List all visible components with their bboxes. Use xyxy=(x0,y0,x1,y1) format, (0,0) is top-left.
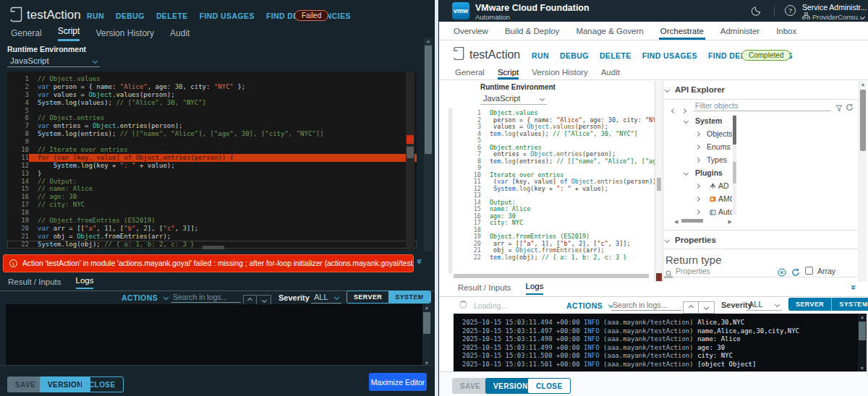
tab-version-history[interactable]: Version History xyxy=(532,68,587,79)
chevron-right-icon[interactable] xyxy=(695,131,700,136)
vmware-logo[interactable]: vmw xyxy=(452,2,469,20)
editor-scrollbar[interactable] xyxy=(406,72,414,250)
code-editor[interactable]: 1Object.values2 person = { name: "Alice"… xyxy=(454,108,655,273)
log-scrollbar[interactable]: ▲ ▼ xyxy=(858,314,867,371)
search-logs-input[interactable]: Search in logs... xyxy=(611,300,681,311)
scrollbar-thumb[interactable] xyxy=(733,116,736,145)
chevron-right-icon[interactable] xyxy=(695,157,700,162)
scroll-to-bottom-icon[interactable]: ↓ xyxy=(861,299,865,308)
chevron-right-icon[interactable] xyxy=(695,183,700,188)
action-button-debug[interactable]: DEBUG xyxy=(116,12,145,20)
clear-circle-x-icon[interactable] xyxy=(778,267,786,280)
scrollbar-thumb[interactable] xyxy=(423,312,430,334)
scroll-up-icon[interactable]: ▲ xyxy=(424,38,433,44)
bottom-tab-logs[interactable]: Logs xyxy=(76,276,94,289)
save-button[interactable]: SAVE xyxy=(7,376,43,392)
scroll-to-top-icon[interactable]: ↑ xyxy=(412,292,416,301)
chevron-down-icon[interactable] xyxy=(684,118,689,123)
actions-dropdown[interactable]: ACTIONS xyxy=(566,301,613,310)
scrollbar-thumb[interactable] xyxy=(407,147,414,158)
chevron-right-icon[interactable] xyxy=(695,209,700,214)
scroll-right-icon[interactable]: ▶ xyxy=(728,218,732,225)
properties-search-input[interactable]: Properties xyxy=(676,267,710,275)
chevron-down-icon[interactable] xyxy=(684,170,689,175)
action-button-find-usages[interactable]: FIND USAGES xyxy=(642,51,697,60)
chevron-right-icon[interactable] xyxy=(695,144,700,149)
scrollbar-thumb[interactable] xyxy=(681,219,703,223)
bottom-tab-logs[interactable]: Logs xyxy=(526,282,544,295)
scrollbar-thumb[interactable] xyxy=(860,90,866,151)
filter-icon[interactable] xyxy=(835,102,843,115)
log-scrollbar[interactable]: ▲ ▼ xyxy=(422,304,431,366)
scroll-left-icon[interactable]: ◀ xyxy=(674,218,678,225)
nav-tab-orchestrate[interactable]: Orchestrate xyxy=(659,27,705,40)
action-button-run[interactable]: RUN xyxy=(87,12,104,20)
bottom-tab-result-inputs[interactable]: Result / Inputs xyxy=(458,283,511,295)
close-button[interactable]: CLOSE xyxy=(527,378,571,394)
tree-item-enums[interactable]: Enums xyxy=(674,140,732,153)
log-output[interactable]: 2025-10-15 15:03:11.494 +00:00 INFO (aaa… xyxy=(454,314,867,371)
runtime-select[interactable]: JavaScript xyxy=(7,55,100,67)
close-button[interactable]: CLOSE xyxy=(80,376,124,392)
search-logs-input[interactable]: Search in logs... xyxy=(171,292,241,303)
tree-item-objects[interactable]: Objects xyxy=(674,127,732,140)
tab-audit[interactable]: Audit xyxy=(601,68,620,79)
tree-item-amqp[interactable]: AMQP xyxy=(674,192,732,205)
save-button[interactable]: SAVE xyxy=(452,378,488,394)
nav-tab-inbox[interactable]: Inbox xyxy=(775,27,798,40)
scroll-to-top-icon[interactable]: ↑ xyxy=(853,299,857,308)
tab-version-history[interactable]: Version History xyxy=(95,28,154,41)
properties-header[interactable]: Properties xyxy=(665,236,716,244)
collapse-double-chevron-icon[interactable]: » xyxy=(414,259,425,264)
panel-scrollbar[interactable]: ▲ xyxy=(859,81,867,282)
scroll-up-icon[interactable]: ▲ xyxy=(422,304,431,311)
nav-tab-overview[interactable]: Overview xyxy=(452,27,490,40)
search-prev-button[interactable] xyxy=(683,299,699,314)
action-button-delete[interactable]: DELETE xyxy=(156,12,188,20)
user-org[interactable]: ProviderConsu... xyxy=(802,12,864,21)
maximize-editor-button[interactable]: Maximize Editor xyxy=(369,373,427,391)
bottom-tab-result-inputs[interactable]: Result / Inputs xyxy=(8,277,61,289)
nav-tab-administer[interactable]: Administer xyxy=(719,27,761,40)
tree-item-system[interactable]: System xyxy=(674,114,732,127)
array-checkbox[interactable] xyxy=(805,267,813,275)
severity-select[interactable]: ALL xyxy=(746,298,782,311)
api-explorer-header[interactable]: API Explorer xyxy=(665,85,725,94)
refresh-icon[interactable] xyxy=(791,267,800,280)
refresh-icon[interactable] xyxy=(846,101,854,114)
user-name[interactable]: Service Administr... xyxy=(802,3,867,12)
chevron-right-icon[interactable] xyxy=(695,196,700,201)
splitter[interactable] xyxy=(655,81,663,282)
tab-audit[interactable]: Audit xyxy=(170,28,190,41)
search-next-button[interactable] xyxy=(699,299,715,314)
scroll-up-icon[interactable]: ▲ xyxy=(858,314,867,320)
tree-item-ad[interactable]: AD xyxy=(674,179,732,192)
action-button-delete[interactable]: DELETE xyxy=(600,51,631,60)
actions-dropdown[interactable]: ACTIONS xyxy=(122,293,168,302)
nav-tab-build-deploy[interactable]: Build & Deploy xyxy=(503,27,561,40)
severity-select[interactable]: ALL xyxy=(311,291,341,304)
tree-scrollbar[interactable] xyxy=(733,114,736,215)
help-icon[interactable]: ? xyxy=(785,5,796,16)
server-toggle[interactable]: SERVER xyxy=(347,291,388,303)
tab-script[interactable]: Script xyxy=(498,68,519,79)
scroll-to-bottom-icon[interactable]: ↓ xyxy=(421,292,425,301)
scrollbar-thumb[interactable] xyxy=(425,46,432,154)
nav-tab-manage-govern[interactable]: Manage & Govern xyxy=(574,27,644,40)
server-toggle[interactable]: SERVER xyxy=(788,298,831,311)
tab-general[interactable]: General xyxy=(11,28,42,41)
action-button-find-usages[interactable]: FIND USAGES xyxy=(200,12,255,20)
tree-item-types[interactable]: Types xyxy=(674,153,732,166)
action-button-debug[interactable]: DEBUG xyxy=(560,51,589,60)
splitter-handle[interactable] xyxy=(657,178,661,191)
action-button-run[interactable]: RUN xyxy=(532,51,549,60)
tree-h-scrollbar[interactable]: ◀ ▶ xyxy=(674,218,732,224)
tab-script[interactable]: Script xyxy=(58,26,80,41)
scroll-down-icon[interactable]: ▼ xyxy=(858,365,867,371)
dark-mode-moon-icon[interactable] xyxy=(752,6,762,19)
chevron-down-icon[interactable] xyxy=(861,9,864,22)
runtime-select[interactable]: JavaScript xyxy=(480,92,547,105)
collapse-double-chevron-icon[interactable]: » xyxy=(848,285,859,290)
scrollbar-thumb[interactable] xyxy=(859,322,866,340)
filter-objects-input[interactable]: Filter objects xyxy=(694,100,831,111)
